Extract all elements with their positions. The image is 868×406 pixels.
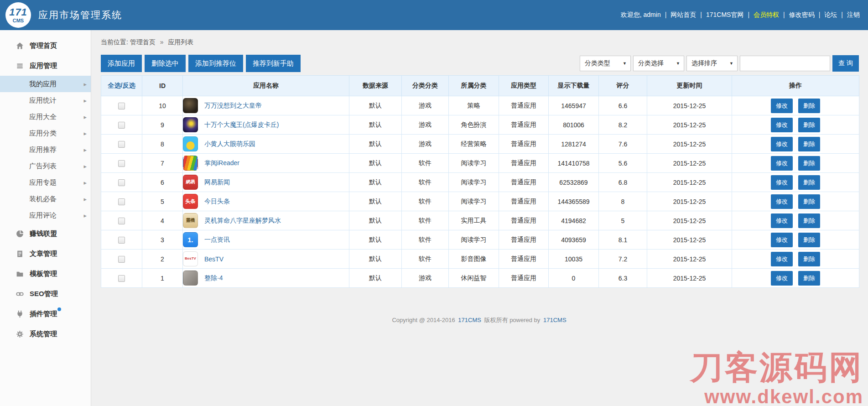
gear-icon (16, 330, 24, 338)
delete-button[interactable]: 删除 (798, 156, 820, 171)
topbar-link[interactable]: 论坛 (824, 11, 837, 18)
toolbar-button[interactable]: 推荐到新手助 (246, 55, 301, 72)
row-downloads: 62532869 (549, 173, 599, 192)
edit-button[interactable]: 修改 (771, 137, 793, 151)
sidebar-subitem[interactable]: 应用统计▸ (0, 92, 91, 109)
edit-button[interactable]: 修改 (771, 252, 793, 266)
row-checkbox[interactable] (118, 103, 125, 109)
row-id: 4 (142, 211, 183, 230)
separator: | (841, 11, 843, 18)
topbar-link[interactable]: 171CMS官网 (706, 11, 743, 18)
sidebar-item[interactable]: 插件管理 (0, 304, 91, 324)
edit-button[interactable]: 修改 (771, 175, 793, 190)
app-icon (183, 98, 198, 113)
footer-link-171cms[interactable]: 171CMS (458, 317, 481, 323)
row-app-type: 普通应用 (499, 154, 549, 173)
row-downloads: 1281274 (549, 135, 599, 154)
row-app-type: 普通应用 (499, 269, 549, 288)
app-name-link[interactable]: 灵机算命八字星座解梦风水 (204, 217, 281, 225)
edit-button[interactable]: 修改 (771, 99, 793, 113)
chevron-right-icon: ▸ (83, 146, 87, 153)
app-name-link[interactable]: 掌阅iReader (204, 159, 239, 167)
topbar-links: 欢迎您, admin |网站首页|171CMS官网|会员特权|修改密码|论坛|注… (621, 11, 860, 19)
app-name-link[interactable]: 今日头条 (204, 198, 230, 206)
topbar-link[interactable]: 网站首页 (670, 11, 696, 18)
row-checkbox[interactable] (118, 275, 125, 282)
app-icon (183, 136, 198, 151)
delete-button[interactable]: 删除 (798, 271, 820, 286)
sort-select[interactable]: 选择排序 ▼ (686, 56, 738, 71)
toolbar-button[interactable]: 删除选中 (145, 55, 186, 72)
delete-button[interactable]: 删除 (798, 99, 820, 113)
sidebar-item[interactable]: 系统管理 (0, 324, 91, 344)
edit-button[interactable]: 修改 (771, 213, 793, 228)
topbar-link[interactable]: 会员特权 (754, 11, 779, 18)
sidebar-item[interactable]: 赚钱联盟 (0, 224, 91, 244)
app-name-link[interactable]: 整除·4 (204, 274, 223, 282)
app-icon: 头条 (183, 194, 198, 209)
row-category: 阅读学习 (449, 173, 499, 192)
delete-button[interactable]: 删除 (798, 194, 820, 209)
delete-button[interactable]: 删除 (798, 137, 820, 151)
row-checkbox[interactable] (118, 160, 125, 167)
sidebar-subitem[interactable]: 广告列表▸ (0, 158, 91, 174)
query-button[interactable]: 查 询 (832, 55, 859, 72)
sidebar-item[interactable]: 管理首页 (0, 36, 91, 56)
row-checkbox[interactable] (118, 198, 125, 205)
sidebar-subitem[interactable]: 我的应用▸ (0, 76, 91, 92)
delete-button[interactable]: 删除 (798, 118, 820, 132)
delete-button[interactable]: 删除 (798, 233, 820, 247)
row-checkbox[interactable] (118, 256, 125, 263)
topbar-link[interactable]: 注销 (847, 11, 860, 18)
sidebar-subitem[interactable]: 应用推荐▸ (0, 141, 91, 158)
app-name-link[interactable]: 小黄人大眼萌乐园 (204, 140, 255, 148)
edit-button[interactable]: 修改 (771, 156, 793, 171)
row-checkbox[interactable] (118, 141, 125, 148)
sidebar-subitem[interactable]: 应用评论▸ (0, 207, 91, 224)
app-name-link[interactable]: 一点资讯 (204, 236, 230, 244)
edit-button[interactable]: 修改 (771, 194, 793, 209)
sidebar-item[interactable]: 应用管理 (0, 56, 91, 76)
sidebar-subitem[interactable]: 应用分类▸ (0, 125, 91, 141)
app-name-link[interactable]: 网易新闻 (204, 178, 230, 187)
sidebar-item[interactable]: 模板管理 (0, 264, 91, 284)
row-category: 经营策略 (449, 135, 499, 154)
chevron-right-icon: ▸ (83, 212, 87, 219)
app-name-link[interactable]: 十万个大魔王(点爆皮卡丘) (204, 121, 279, 129)
sidebar-item-label: 文章管理 (30, 250, 57, 258)
sidebar-subitem[interactable]: 应用大全▸ (0, 109, 91, 125)
sidebar-subitem[interactable]: 装机必备▸ (0, 191, 91, 207)
sidebar-item[interactable]: 文章管理 (0, 244, 91, 264)
app-name-link[interactable]: BesTV (204, 255, 223, 263)
select-all-toggle[interactable]: 全选/反选 (101, 76, 142, 96)
row-category: 影音图像 (449, 250, 499, 269)
row-checkbox[interactable] (118, 122, 125, 129)
row-checkbox[interactable] (118, 218, 125, 224)
row-score: 7.6 (599, 135, 647, 154)
sidebar-item[interactable]: SEO管理 (0, 284, 91, 304)
edit-button[interactable]: 修改 (771, 118, 793, 132)
category-type-select[interactable]: 分类类型 ▼ (580, 56, 631, 71)
edit-button[interactable]: 修改 (771, 271, 793, 286)
delete-button[interactable]: 删除 (798, 252, 820, 266)
row-id: 7 (142, 154, 183, 173)
toolbar-button[interactable]: 添加应用 (101, 55, 142, 72)
delete-button[interactable]: 删除 (798, 213, 820, 228)
delete-button[interactable]: 删除 (798, 175, 820, 190)
footer: Copyright @ 2014-2016 171CMS 版权所有 powere… (101, 316, 859, 324)
footer-link-171cms[interactable]: 171CMS (543, 317, 567, 323)
edit-button[interactable]: 修改 (771, 233, 793, 247)
row-source: 默认 (349, 96, 402, 115)
search-input[interactable] (740, 56, 830, 71)
row-checkbox[interactable] (118, 237, 125, 244)
breadcrumb-home-link[interactable]: 管理首页 (130, 38, 156, 46)
sidebar-subitem[interactable]: 应用专题▸ (0, 174, 91, 191)
toolbar-button[interactable]: 添加到推荐位 (188, 55, 243, 72)
topbar-link[interactable]: 修改密码 (789, 11, 815, 18)
app-name-link[interactable]: 万万没想到之大皇帝 (204, 102, 262, 110)
sidebar-item-label: 应用管理 (30, 62, 57, 70)
sidebar-item-label: 管理首页 (30, 42, 57, 50)
welcome-text: 欢迎您, admin (621, 11, 661, 19)
row-checkbox[interactable] (118, 179, 125, 186)
category-select[interactable]: 分类选择 ▼ (633, 56, 684, 71)
